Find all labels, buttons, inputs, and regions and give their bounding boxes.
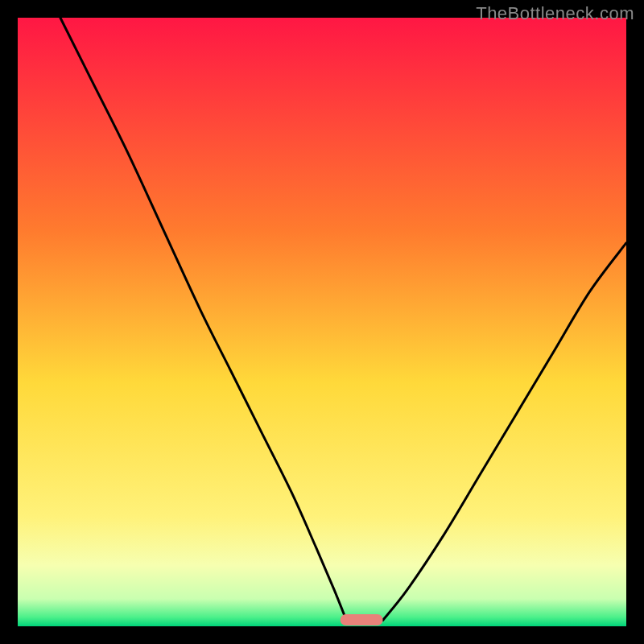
plot-background (18, 18, 626, 626)
bottleneck-marker (341, 614, 383, 625)
bottleneck-chart (0, 0, 644, 644)
watermark-text: TheBottleneck.com (476, 3, 634, 24)
chart-frame: TheBottleneck.com (0, 0, 644, 644)
